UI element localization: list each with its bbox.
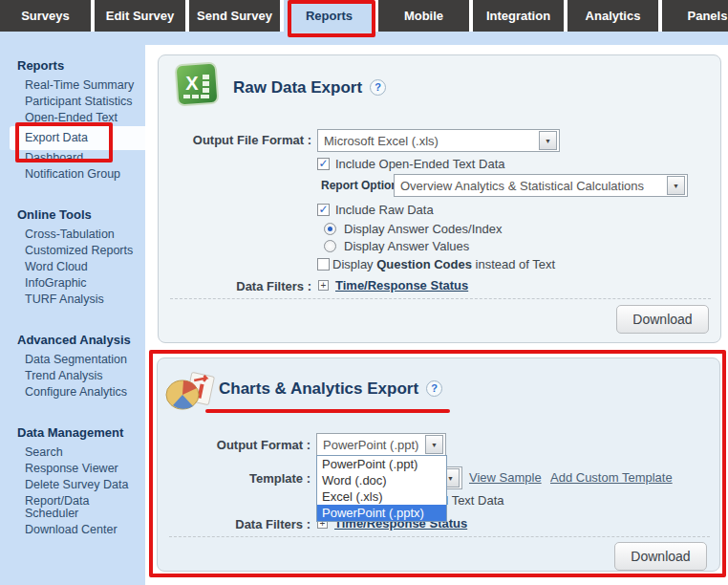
chevron-down-icon[interactable]: ▼: [425, 435, 443, 454]
question-codes-pre: Display: [332, 257, 376, 271]
sidebar-section-title: Advanced Analysis: [17, 333, 145, 348]
output-format-select[interactable]: PowerPoint (.ppt) ▼: [316, 433, 446, 456]
expand-icon[interactable]: +: [318, 280, 329, 291]
display-answer-values-radio[interactable]: [324, 240, 336, 252]
tab-integration[interactable]: Integration: [473, 0, 564, 32]
sidebar-item-trend-analysis[interactable]: Trend Analysis: [0, 368, 145, 384]
help-icon[interactable]: ?: [370, 79, 386, 96]
dropdown-option-xls[interactable]: Excel (.xls): [317, 488, 446, 505]
annotation-title-underline: [205, 409, 450, 413]
divider: [169, 536, 710, 537]
report-options-value: Overview Analytics & Statistical Calcula…: [395, 179, 667, 193]
sidebar-section-reports: Reports Real-Time Summary Participant St…: [0, 58, 145, 183]
excel-icon: X: [174, 61, 220, 111]
sidebar: Reports Real-Time Summary Participant St…: [0, 45, 145, 585]
sidebar-item-participant-statistics[interactable]: Participant Statistics: [0, 94, 145, 110]
svg-text:X: X: [185, 73, 199, 94]
output-format-label: Output Format :: [158, 438, 310, 452]
help-icon[interactable]: ?: [426, 380, 442, 397]
add-custom-template-link[interactable]: Add Custom Template: [550, 470, 673, 485]
download-button[interactable]: Download: [614, 542, 707, 571]
report-options-select[interactable]: Overview Analytics & Statistical Calcula…: [394, 174, 688, 197]
include-open-ended-label[interactable]: Include Open-Ended Text Data: [335, 157, 505, 171]
sidebar-item-download-center[interactable]: Download Center: [0, 522, 145, 538]
display-answer-values-label[interactable]: Display Answer Values: [344, 239, 469, 253]
view-sample-link[interactable]: View Sample: [469, 470, 542, 485]
include-open-ended-checkbox[interactable]: ✓: [317, 158, 330, 170]
data-filters-label: Data Filters :: [158, 517, 310, 531]
dropdown-option-ppt[interactable]: PowerPoint (.ppt): [317, 456, 446, 472]
panel-title-text: Raw Data Export: [233, 78, 362, 97]
sidebar-section-title: Online Tools: [17, 207, 145, 223]
app-window: Surveys Edit Survey Send Survey Reports …: [0, 0, 728, 585]
tab-panels[interactable]: Panels: [662, 0, 728, 32]
sidebar-item-delete-survey-data[interactable]: Delete Survey Data: [0, 477, 145, 493]
sidebar-item-response-viewer[interactable]: Response Viewer: [0, 461, 145, 477]
sidebar-section-title: Data Management: [17, 425, 145, 441]
charts-analytics-export-panel: Charts & Analytics Export? Output Format…: [157, 358, 720, 572]
tab-analytics[interactable]: Analytics: [567, 0, 658, 32]
output-file-format-value: Microsoft Excel (.xls): [318, 134, 539, 148]
tab-surveys[interactable]: Surveys: [0, 0, 91, 32]
panel-title: Raw Data Export?: [233, 78, 386, 98]
display-answer-codes-radio[interactable]: [324, 223, 336, 235]
download-button[interactable]: Download: [616, 305, 709, 334]
output-format-dropdown-list: PowerPoint (.ppt) Word (.doc) Excel (.xl…: [316, 455, 447, 522]
tab-edit-survey[interactable]: Edit Survey: [95, 0, 185, 32]
sidebar-item-configure-analytics[interactable]: Configure Analytics: [0, 384, 145, 401]
output-file-format-label: Output File Format :: [159, 133, 311, 147]
sidebar-item-export-data[interactable]: Export Data: [10, 126, 145, 150]
nav-sub-strip: [0, 32, 728, 45]
question-codes-label[interactable]: Display Question Codes instead of Text: [332, 257, 555, 271]
sidebar-item-turf-analysis[interactable]: TURF Analysis: [0, 292, 145, 308]
sidebar-section-data-management: Data Management Search Response Viewer D…: [0, 425, 145, 538]
time-response-status-link[interactable]: Time/Response Status: [335, 278, 468, 292]
top-nav: Surveys Edit Survey Send Survey Reports …: [0, 0, 728, 32]
sidebar-item-customized-reports[interactable]: Customized Reports: [0, 243, 145, 259]
sidebar-item-data-segmentation[interactable]: Data Segmentation: [0, 352, 145, 368]
sidebar-item-word-cloud[interactable]: Word Cloud: [0, 259, 145, 275]
chevron-down-icon[interactable]: ▼: [667, 176, 685, 195]
chevron-down-icon[interactable]: ▼: [539, 131, 557, 150]
display-answer-codes-label[interactable]: Display Answer Codes/Index: [344, 222, 502, 236]
sidebar-item-dashboard[interactable]: Dashboard: [0, 150, 145, 166]
sidebar-item-cross-tabulation[interactable]: Cross-Tabulation: [0, 227, 145, 243]
template-label: Template :: [158, 471, 310, 486]
sidebar-item-infographic[interactable]: InfoGraphic: [0, 275, 145, 292]
sidebar-item-notification-group[interactable]: Notification Group: [0, 166, 145, 183]
sidebar-item-report-data-scheduler[interactable]: Report/Data Scheduler: [0, 493, 145, 522]
include-raw-data-checkbox[interactable]: ✓: [317, 204, 330, 216]
dropdown-option-doc[interactable]: Word (.doc): [317, 472, 446, 488]
include-raw-data-label[interactable]: Include Raw Data: [335, 203, 434, 217]
divider: [170, 298, 711, 299]
question-codes-checkbox[interactable]: [317, 258, 330, 271]
sidebar-item-open-ended-text[interactable]: Open-Ended Text: [0, 110, 145, 126]
sidebar-section-advanced-analysis: Advanced Analysis Data Segmentation Tren…: [0, 333, 145, 401]
data-filters-label: Data Filters :: [159, 279, 311, 293]
dropdown-option-pptx[interactable]: PowerPoint (.pptx): [317, 505, 446, 521]
pie-chart-icon: [163, 368, 215, 418]
output-file-format-select[interactable]: Microsoft Excel (.xls) ▼: [317, 129, 560, 152]
tab-reports[interactable]: Reports: [284, 0, 375, 32]
raw-data-export-panel: X Raw Data Export? Output File Format : …: [158, 54, 721, 343]
sidebar-section-online-tools: Online Tools Cross-Tabulation Customized…: [0, 207, 145, 308]
tab-mobile[interactable]: Mobile: [378, 0, 469, 32]
panel-title-text: Charts & Analytics Export: [219, 379, 418, 398]
sidebar-item-real-time-summary[interactable]: Real-Time Summary: [0, 77, 145, 94]
tab-send-survey[interactable]: Send Survey: [189, 0, 280, 32]
output-format-value: PowerPoint (.ppt): [317, 438, 425, 452]
sidebar-item-search[interactable]: Search: [0, 444, 145, 461]
panel-title: Charts & Analytics Export?: [219, 379, 442, 399]
sidebar-section-title: Reports: [17, 58, 145, 74]
question-codes-bold: Question Codes: [376, 257, 472, 271]
question-codes-post: instead of Text: [472, 257, 555, 271]
